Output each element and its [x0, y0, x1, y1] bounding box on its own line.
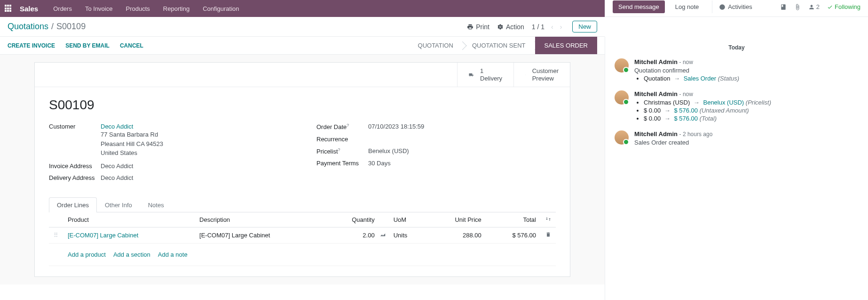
apps-icon[interactable]	[5, 5, 12, 12]
th-unit-price[interactable]: Unit Price	[427, 212, 486, 227]
preview-line2: Preview	[532, 75, 559, 82]
old-value: Christmas (USD)	[644, 99, 690, 106]
avatar[interactable]	[615, 130, 629, 145]
create-invoice-button[interactable]: CREATE INVOICE	[8, 42, 55, 49]
message-author[interactable]: Mitchell Admin	[634, 90, 678, 97]
pricelist-value[interactable]: Benelux (USD)	[368, 147, 409, 155]
row-description[interactable]: [E-COM07] Large Cabinet	[195, 227, 326, 243]
status-sales-order[interactable]: SALES ORDER	[535, 37, 597, 54]
action-menu-button[interactable]: Action	[497, 23, 524, 31]
new-button[interactable]: New	[572, 21, 597, 32]
track-field: (Status)	[718, 75, 740, 82]
status-quotation[interactable]: QUOTATION	[409, 37, 463, 54]
statusbar: CREATE INVOICE SEND BY EMAIL CANCEL QUOT…	[0, 37, 605, 55]
nav-to-invoice[interactable]: To Invoice	[80, 5, 118, 12]
nav-orders[interactable]: Orders	[48, 5, 77, 12]
tab-notes[interactable]: Notes	[140, 197, 172, 212]
customer-street: 77 Santa Barbara Rd	[101, 130, 163, 139]
label-customer: Customer	[49, 123, 101, 158]
chatter-date-separator: Today	[605, 44, 868, 51]
send-message-button[interactable]: Send message	[613, 0, 665, 13]
customer-city: Pleasant Hill CA 94523	[101, 139, 163, 149]
attachment-icon[interactable]	[794, 4, 801, 10]
invoice-address-value[interactable]: Deco Addict	[101, 162, 133, 170]
track-field: (Pricelist)	[746, 99, 771, 106]
new-value[interactable]: Sales Order	[684, 75, 716, 82]
tab-other-info[interactable]: Other Info	[97, 197, 140, 212]
th-uom[interactable]: UoM	[389, 212, 427, 227]
order-lines-table: Product Description Quantity UoM Unit Pr…	[49, 212, 556, 266]
activities-button[interactable]: Activities	[712, 0, 758, 13]
chatter-message: Mitchell Admin - 2 hours ago Sales Order…	[605, 127, 868, 151]
th-quantity[interactable]: Quantity	[326, 212, 379, 227]
row-total[interactable]: $ 576.00	[486, 227, 541, 243]
nav-configuration[interactable]: Configuration	[198, 5, 244, 12]
pager-prev[interactable]: ‹	[548, 22, 556, 32]
row-unit-price[interactable]: 288.00	[427, 227, 486, 243]
notebook-tabs: Order Lines Other Info Notes	[49, 197, 556, 212]
following-button[interactable]: Following	[827, 3, 860, 10]
chatter-message: Mitchell Admin - now Christmas (USD) → B…	[605, 87, 868, 127]
chatter-topbar: Send message Log note Activities 2 Follo…	[605, 0, 868, 17]
print-button[interactable]: Print	[467, 23, 489, 31]
breadcrumb-current: S00109	[56, 22, 86, 32]
nav-products[interactable]: Products	[121, 5, 154, 12]
add-section-link[interactable]: Add a section	[113, 251, 150, 258]
following-label: Following	[835, 3, 860, 10]
add-note-link[interactable]: Add a note	[158, 251, 188, 258]
label-payment-terms: Payment Terms	[316, 160, 368, 167]
followers-button[interactable]: 2	[808, 3, 820, 10]
tab-order-lines[interactable]: Order Lines	[49, 197, 97, 212]
customer-preview-button[interactable]: Customer Preview	[513, 63, 570, 87]
th-product[interactable]: Product	[63, 212, 195, 227]
message-author[interactable]: Mitchell Admin	[634, 58, 678, 65]
chatter-message: Mitchell Admin - now Quotation confirmed…	[605, 55, 868, 87]
avatar[interactable]	[615, 58, 629, 73]
avatar[interactable]	[615, 90, 629, 105]
delivery-address-value[interactable]: Deco Addict	[101, 174, 133, 181]
track-line: $ 0.00 → $ 576.00 (Untaxed Amount)	[644, 107, 859, 114]
message-time: 2 hours ago	[683, 131, 712, 138]
breadcrumb: Quotations / S00109	[8, 22, 86, 32]
pager-text[interactable]: 1 / 1	[532, 23, 544, 31]
delivery-count: 1	[480, 67, 502, 75]
payment-terms-value[interactable]: 30 Days	[368, 160, 391, 167]
message-content: Quotation confirmed	[634, 67, 859, 74]
row-uom[interactable]: Units	[389, 227, 427, 243]
row-quantity[interactable]: 2.00	[326, 227, 379, 243]
log-note-button[interactable]: Log note	[670, 0, 705, 13]
delivery-stat-button[interactable]: 1 Delivery	[457, 63, 513, 87]
order-date-value[interactable]: 07/10/2023 18:15:59	[368, 123, 424, 130]
chart-icon[interactable]	[379, 231, 386, 238]
swap-icon[interactable]	[545, 216, 551, 222]
breadcrumb-parent[interactable]: Quotations	[8, 22, 48, 32]
row-product-link[interactable]: [E-COM07] Large Cabinet	[68, 232, 138, 239]
message-time: now	[683, 59, 693, 65]
book-icon[interactable]	[780, 4, 787, 10]
label-pricelist: Pricelist?	[316, 147, 368, 155]
pager-next[interactable]: ›	[557, 22, 565, 32]
label-order-date: Order Date?	[316, 123, 368, 130]
table-row[interactable]: ⠿ [E-COM07] Large Cabinet [E-COM07] Larg…	[49, 227, 556, 243]
brand-sales[interactable]: Sales	[20, 5, 38, 13]
nav-reporting[interactable]: Reporting	[158, 5, 194, 12]
cancel-button[interactable]: CANCEL	[120, 42, 143, 49]
followers-count: 2	[816, 3, 820, 10]
add-product-link[interactable]: Add a product	[68, 251, 106, 258]
status-quotation-sent[interactable]: QUOTATION SENT	[463, 37, 535, 54]
track-field: (Untaxed Amount)	[700, 107, 749, 114]
th-total[interactable]: Total	[486, 212, 541, 227]
button-box: 1 Delivery Customer Preview	[35, 63, 570, 87]
send-email-button[interactable]: SEND BY EMAIL	[65, 42, 110, 49]
new-value[interactable]: Benelux (USD)	[703, 99, 744, 106]
th-description[interactable]: Description	[195, 212, 326, 227]
message-author[interactable]: Mitchell Admin	[634, 130, 678, 138]
new-value[interactable]: $ 576.00	[674, 107, 698, 114]
customer-link[interactable]: Deco Addict	[101, 123, 133, 130]
delete-row-icon[interactable]	[545, 232, 551, 237]
message-content: Sales Order created	[634, 139, 859, 146]
action-label: Action	[506, 23, 524, 31]
old-value: $ 0.00	[644, 107, 661, 114]
new-value[interactable]: $ 576.00	[674, 115, 698, 122]
drag-handle-icon[interactable]: ⠿	[49, 227, 63, 243]
